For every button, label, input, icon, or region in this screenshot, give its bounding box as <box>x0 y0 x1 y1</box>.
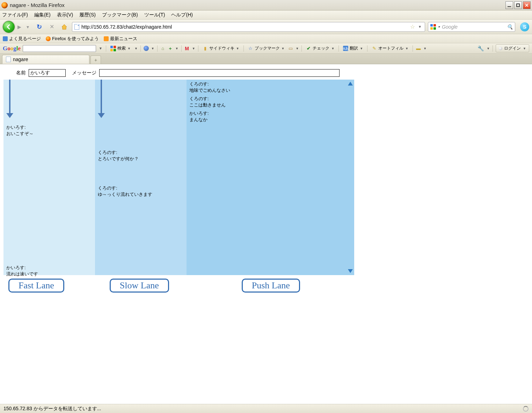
google-logo: Google <box>3 45 21 52</box>
status-text: 150.65.72.83 からデータを転送しています... <box>3 406 101 412</box>
google-toolbar-input[interactable] <box>23 45 96 52</box>
plus-icon[interactable]: ＋ <box>168 46 173 51</box>
tab-strip: nagare + <box>0 54 532 64</box>
wrench-icon[interactable]: 🔧 <box>478 45 484 52</box>
down-arrow-icon <box>97 80 105 118</box>
chat-message: くろのす: 地味でごめんなさい <box>189 81 230 93</box>
google-toolbar-input-dropdown[interactable]: ▼ <box>98 46 103 50</box>
menu-file[interactable]: ファイル(F) <box>2 12 28 18</box>
maximize-button[interactable] <box>514 1 522 9</box>
google-toolbar: Google ▼ 検索▼ ▼ ▼ ⌂ ＋▼ M▼ ▮サイドウィキ▼ ☆ブックマー… <box>0 43 532 54</box>
home-button[interactable] <box>61 23 68 30</box>
skype-icon[interactable]: S <box>520 22 529 31</box>
search-placeholder: Google <box>442 24 458 30</box>
gt-check[interactable]: ✔チェック▼ <box>305 45 336 51</box>
gt-label: サイドウィキ <box>209 45 234 51</box>
down-arrow-icon <box>6 80 14 118</box>
lanes-container: かいろす: おいこすぞ～ かいろす: 流れは速いです くろのす: とろいですが何… <box>3 80 532 275</box>
chat-user: かいろす: <box>6 265 38 271</box>
bookmark-most-visited[interactable]: よく見るページ <box>3 36 41 42</box>
scroll-down-icon[interactable] <box>348 269 353 273</box>
chat-text: まんなか <box>189 117 207 122</box>
menu-tools[interactable]: ツール(T) <box>144 12 165 18</box>
close-button[interactable]: ✕ <box>523 1 531 9</box>
tab-title: nagare <box>13 57 28 62</box>
gt-autofill[interactable]: ✎オートフィル▼ <box>370 45 410 51</box>
menu-view[interactable]: 表示(V) <box>57 12 73 18</box>
chat-user: くろのす: <box>98 149 139 156</box>
gt-translate[interactable]: aあ翻訳▼ <box>342 45 364 51</box>
folder-icon <box>3 36 8 41</box>
page-viewport: 名前 メッセージ かいろす: おいこすぞ～ かいろす: 流れは速いです くろのす… <box>0 64 532 404</box>
gt-search-button[interactable]: 検索▼ <box>109 45 132 51</box>
chat-message: かいろす: まんなか <box>189 110 209 123</box>
chat-message: くろのす: とろいですが何か？ <box>98 149 139 162</box>
gt-bookmark[interactable]: ☆ブックマーク▼ <box>247 45 286 51</box>
bookmark-label: 最新ニュース <box>110 36 137 42</box>
chat-message: くろのす: ここは動きません <box>189 96 226 108</box>
box-icon[interactable]: ▭ <box>288 46 293 51</box>
bookmark-label: よく見るページ <box>9 36 41 42</box>
gt-more-dropdown[interactable]: ▼ <box>134 47 138 50</box>
menu-history[interactable]: 履歴(S) <box>79 12 96 18</box>
slow-lane-label: Slow Lane <box>110 279 169 293</box>
status-bar: 150.65.72.83 からデータを転送しています... <box>0 404 532 413</box>
chat-text: 地味でごめんなさい <box>189 88 230 93</box>
search-icon[interactable]: 🔍 <box>507 24 513 30</box>
chat-text: おいこすぞ～ <box>6 131 34 136</box>
bookmark-latest-news[interactable]: 最新ニュース <box>104 36 137 42</box>
scroll-up-icon[interactable] <box>348 82 353 86</box>
chat-text: 流れは速いです <box>6 271 38 276</box>
minimize-button[interactable] <box>505 1 513 9</box>
message-input[interactable] <box>99 69 340 77</box>
push-lane: くろのす: 地味でごめんなさい くろのす: ここは動きません かいろす: まんな… <box>187 80 354 275</box>
reload-button[interactable]: ↻ <box>36 23 43 30</box>
window-title: nagare - Mozilla Firefox <box>10 2 65 8</box>
fast-lane-label: Fast Lane <box>8 279 64 293</box>
new-tab-button[interactable]: + <box>90 56 101 64</box>
firefox-icon <box>1 2 8 8</box>
earth-icon[interactable] <box>144 46 149 51</box>
status-dot-icon <box>499 47 502 50</box>
note-icon: ▮ <box>203 46 208 51</box>
name-input[interactable] <box>29 69 66 77</box>
gt-login-button[interactable]: ログイン▼ <box>496 44 529 52</box>
history-dropdown[interactable]: ▾ <box>24 23 31 31</box>
lane-labels: Fast Lane Slow Lane Push Lane <box>3 279 532 293</box>
chat-user: くろのす: <box>189 96 226 102</box>
gt-label: チェック <box>313 45 329 51</box>
google-icon <box>110 46 116 51</box>
chat-text: とろいですが何か？ <box>98 156 139 161</box>
tab-nagare[interactable]: nagare <box>2 55 89 64</box>
highlighter-icon[interactable]: ▬ <box>416 46 421 51</box>
search-box[interactable]: ▾ Google 🔍 <box>428 22 515 32</box>
menu-bar: ファイル(F) 編集(E) 表示(V) 履歴(S) ブックマーク(B) ツール(… <box>0 10 532 20</box>
gt-sidewiki[interactable]: ▮サイドウィキ▼ <box>201 45 241 51</box>
url-bar[interactable]: http://150.65.72.83/chat2/exp/nagare.htm… <box>72 22 425 32</box>
chat-user: くろのす: <box>189 81 230 87</box>
menu-edit[interactable]: 編集(E) <box>34 12 51 18</box>
name-label: 名前 <box>16 70 26 76</box>
gmail-icon[interactable]: M <box>184 46 190 51</box>
menu-bookmarks[interactable]: ブックマーク(B) <box>102 12 138 18</box>
bookmark-try-firefox[interactable]: Firefox を使ってみよう <box>46 36 99 42</box>
rss-icon <box>104 36 109 41</box>
back-button[interactable] <box>3 21 15 33</box>
house-icon[interactable]: ⌂ <box>160 46 166 51</box>
home-icon <box>61 24 67 30</box>
throbber-icon <box>523 406 529 412</box>
forward-button[interactable]: ▶ <box>15 23 23 31</box>
menu-help[interactable]: ヘルプ(H) <box>171 12 192 18</box>
check-icon: ✔ <box>306 46 311 51</box>
fast-lane: かいろす: おいこすぞ～ かいろす: 流れは速いです <box>3 80 95 275</box>
translate-icon: aあ <box>343 46 348 51</box>
url-dropdown[interactable]: ▼ <box>417 25 423 29</box>
nav-toolbar: ▶ ▾ ↻ ✕ http://150.65.72.83/chat2/exp/na… <box>0 20 532 34</box>
stop-button[interactable]: ✕ <box>48 23 55 30</box>
chat-message: くろのす: ゆ～っくり流れていきます <box>98 185 152 197</box>
slow-lane: くろのす: とろいですが何か？ くろのす: ゆ～っくり流れていきます <box>95 80 187 275</box>
bookmark-label: Firefox を使ってみよう <box>52 36 99 42</box>
gt-label: 検索 <box>117 45 126 51</box>
google-icon <box>430 24 436 30</box>
bookmark-star-icon[interactable]: ☆ <box>410 23 415 30</box>
